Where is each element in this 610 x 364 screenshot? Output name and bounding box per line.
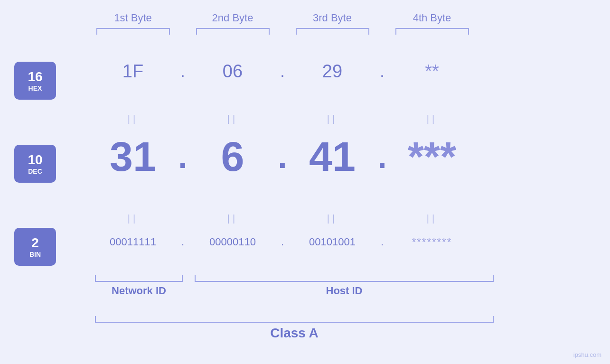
bin-dot1: . — [171, 225, 195, 259]
bin-oct2-value: 00000110 — [209, 236, 256, 248]
dec-dot1: . — [171, 126, 195, 187]
pipe2-col4: || — [394, 209, 470, 228]
bin-badge: 2 BIN — [14, 228, 56, 266]
dec-badge-label: DEC — [28, 168, 42, 175]
byte3-header-col: 3rd Byte — [294, 12, 370, 29]
dec-oct4-cell: *** — [394, 126, 470, 187]
bin-oct1-value: 00011111 — [110, 236, 156, 248]
hex-oct4-cell: ** — [394, 52, 470, 90]
pipe1-col4: || — [394, 109, 470, 128]
hex-dot3: . — [370, 52, 394, 90]
hex-oct2-cell: 06 — [195, 52, 271, 90]
byte3-header: 3rd Byte — [294, 12, 370, 24]
class-a-bracket: Class A — [95, 316, 494, 341]
host-id-label: Host ID — [195, 285, 494, 297]
byte2-header-col: 2nd Byte — [195, 12, 271, 29]
byte1-header-col: 1st Byte — [95, 12, 171, 29]
byte4-header-col: 4th Byte — [394, 12, 470, 29]
byte4-header: 4th Byte — [394, 12, 470, 24]
bin-oct3-cell: 00101001 — [294, 225, 370, 259]
bin-dot2: . — [271, 225, 294, 259]
hex-badge: 16 HEX — [14, 62, 56, 100]
hex-dot2: . — [271, 52, 294, 90]
dec-oct2-value: 6 — [221, 133, 244, 180]
hex-badge-label: HEX — [28, 84, 42, 92]
dec-oct2-cell: 6 — [195, 126, 271, 187]
dec-oct1-cell: 31 — [95, 126, 171, 187]
host-id-bracket: Host ID — [195, 275, 494, 297]
bin-oct3-value: 00101001 — [309, 236, 356, 248]
hex-oct1-cell: 1F — [95, 52, 171, 90]
bin-oct4-cell: ******** — [394, 225, 470, 259]
dec-oct3-value: 41 — [309, 133, 356, 180]
dec-dot2: . — [271, 126, 294, 187]
hex-oct2-value: 06 — [223, 61, 243, 81]
pipe1-col2: || — [195, 109, 271, 128]
hex-oct1-value: 1F — [122, 61, 143, 81]
dec-oct3-cell: 41 — [294, 126, 370, 187]
watermark: ipshu.com — [573, 351, 601, 358]
dec-oct1-value: 31 — [110, 133, 156, 180]
bin-oct4-value: ******** — [412, 236, 452, 248]
class-a-label: Class A — [95, 326, 494, 341]
hex-badge-number: 16 — [28, 69, 42, 84]
pipe2-col1: || — [95, 209, 171, 228]
hex-oct4-value: ** — [425, 61, 439, 81]
main-layout: 1st Byte 2nd Byte 3rd Byte 4th Byte 16 H… — [0, 0, 610, 364]
dec-oct4-value: *** — [408, 133, 457, 180]
hex-dot1: . — [171, 52, 195, 90]
bin-badge-number: 2 — [31, 235, 39, 251]
network-id-bracket: Network ID — [95, 275, 183, 297]
dec-dot3: . — [370, 126, 394, 187]
bin-dot3: . — [370, 225, 394, 259]
network-id-label: Network ID — [95, 285, 183, 297]
dec-badge-number: 10 — [28, 152, 42, 168]
hex-oct3-value: 29 — [322, 61, 342, 81]
hex-oct3-cell: 29 — [294, 52, 370, 90]
bin-badge-label: BIN — [29, 251, 41, 258]
byte2-header: 2nd Byte — [195, 12, 271, 24]
pipe1-col3: || — [294, 109, 370, 128]
byte1-header: 1st Byte — [95, 12, 171, 24]
bin-oct2-cell: 00000110 — [195, 225, 271, 259]
pipe2-col3: || — [294, 209, 370, 228]
dec-badge: 10 DEC — [14, 145, 56, 183]
bin-oct1-cell: 00011111 — [95, 225, 171, 259]
pipe2-col2: || — [195, 209, 271, 228]
pipe1-col1: || — [95, 109, 171, 128]
